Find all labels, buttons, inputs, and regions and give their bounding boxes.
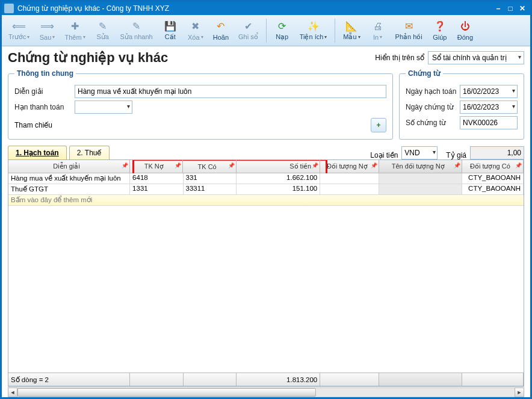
pin-icon: 📌 [228, 162, 235, 169]
col-tendtno[interactable]: Tên đối tượng Nợ📌 [379, 160, 462, 173]
pin-icon: 📌 [122, 162, 128, 169]
col-dtco[interactable]: Đối tượng Có📌 [462, 160, 524, 173]
tab-bar: 1. Hạch toán 2. Thuế [8, 146, 110, 159]
scroll-track[interactable] [17, 388, 515, 397]
col-dtno[interactable]: Đối tượng Nợ📌 [320, 160, 379, 173]
undo-button[interactable]: ↶Hoãn [209, 16, 233, 45]
toolbar-separator [266, 19, 267, 43]
close-window-button[interactable]: ✕ [517, 4, 528, 13]
desc-label: Diễn giải [14, 87, 75, 96]
tab-thue[interactable]: 2. Thuế [69, 146, 110, 159]
main-toolbar: ⟸Trước▾ ⟹Sau▾ ✚Thêm▾ ✎Sửa ✎Sửa nhanh 💾Cấ… [2, 15, 530, 46]
grid-footer: Số dòng = 2 1.813.200 [8, 373, 524, 386]
pin-icon: 📌 [515, 162, 522, 169]
arrow-left-icon: ⟸ [13, 20, 25, 32]
utility-button[interactable]: ✨Tiện ích▾ [295, 16, 332, 45]
quickedit-icon: ✎ [131, 20, 143, 32]
desc-input[interactable] [75, 85, 386, 98]
page-title: Chứng từ nghiệp vụ khác [8, 50, 168, 66]
new-row-hint[interactable]: Bấm vào đây để thêm mới [8, 195, 524, 206]
col-tkno[interactable]: TK Nợ📌 [130, 160, 183, 173]
template-icon: 📐 [345, 20, 357, 32]
voucherdate-label: Ngày chứng từ [406, 103, 460, 111]
app-icon [4, 4, 14, 13]
pin-icon: 📌 [454, 162, 460, 169]
voucherno-input[interactable] [460, 116, 518, 129]
pin-icon: 📌 [312, 162, 318, 169]
voucherdate-input[interactable] [460, 101, 518, 114]
voucherno-label: Số chứng từ [406, 119, 460, 127]
undo-icon: ↶ [215, 20, 227, 32]
show-on-label: Hiển thị trên sổ [375, 54, 424, 62]
post-button[interactable]: ✔Ghi sổ [234, 16, 262, 45]
grid-body[interactable]: Hàng mua về xuất khuyến mại luôn 6418 33… [8, 173, 524, 373]
plus-icon: + [376, 121, 380, 129]
arrow-right-icon: ⟹ [41, 20, 53, 32]
utility-icon: ✨ [308, 20, 320, 32]
scroll-left-button[interactable]: ◄ [8, 388, 17, 397]
prev-button[interactable]: ⟸Trước▾ [4, 16, 34, 45]
pin-icon: 📌 [175, 162, 181, 169]
delete-icon: ✖ [190, 20, 202, 32]
col-tkco[interactable]: TK Có📌 [183, 160, 236, 173]
feedback-button[interactable]: ✉Phản hồi [391, 16, 427, 45]
col-amount[interactable]: Số tiền📌 [237, 160, 320, 173]
general-panel: Thông tin chung Diễn giải Hạn thanh toán… [8, 69, 393, 140]
rate-label: Tỷ giá [446, 151, 466, 159]
quickedit-button[interactable]: ✎Sửa nhanh [116, 16, 157, 45]
grid-header: Diễn giải📌 TK Nợ📌 TK Có📌 Số tiền📌 Đối tư… [8, 160, 524, 173]
save-icon: 💾 [164, 20, 176, 32]
entry-grid: Diễn giải📌 TK Nợ📌 TK Có📌 Số tiền📌 Đối tư… [8, 159, 524, 386]
currency-label: Loại tiền [370, 151, 398, 159]
edit-button[interactable]: ✎Sửa [91, 16, 115, 45]
pin-icon: 📌 [371, 162, 377, 169]
load-button[interactable]: ⟳Nạp [270, 16, 294, 45]
add-icon: ✚ [69, 20, 81, 32]
add-reference-button[interactable]: + [371, 118, 386, 132]
rate-input[interactable] [470, 146, 524, 159]
help-icon: ❓ [434, 20, 446, 32]
duedate-label: Hạn thanh toán [14, 103, 75, 111]
edit-icon: ✎ [97, 20, 109, 32]
title-bar: Chứng từ nghiệp vụ khác - Công ty TNHH X… [2, 2, 530, 15]
print-button[interactable]: 🖨In▾ [366, 16, 390, 45]
post-icon: ✔ [242, 20, 254, 32]
horizontal-scrollbar[interactable]: ◄ ► [8, 386, 524, 397]
toolbar-separator [335, 19, 335, 43]
sum-amount: 1.813.200 [237, 373, 320, 386]
postdate-label: Ngày hạch toán [406, 87, 460, 96]
save-button[interactable]: 💾Cất [158, 16, 182, 45]
feedback-icon: ✉ [403, 20, 415, 32]
rowcount-label: Số dòng = 2 [8, 373, 130, 386]
table-row[interactable]: Thuế GTGT 1331 33311 151.100 CTY_BAOOANH [8, 184, 524, 195]
show-on-select[interactable]: Sổ tài chính và quản trị [428, 51, 524, 64]
voucher-legend: Chứng từ [406, 69, 443, 78]
maximize-button[interactable]: □ [505, 4, 516, 13]
col-desc[interactable]: Diễn giải📌 [8, 160, 130, 173]
close-icon: ⏻ [459, 20, 471, 32]
delete-button[interactable]: ✖Xóa▾ [184, 16, 208, 45]
add-button[interactable]: ✚Thêm▾ [60, 16, 89, 45]
close-button[interactable]: ⏻Đóng [453, 16, 477, 45]
template-button[interactable]: 📐Mẫu▾ [339, 16, 364, 45]
load-icon: ⟳ [276, 20, 288, 32]
scroll-right-button[interactable]: ► [515, 388, 524, 397]
postdate-input[interactable] [460, 85, 518, 98]
window-title: Chứng từ nghiệp vụ khác - Công ty TNHH X… [17, 4, 169, 13]
duedate-input[interactable] [75, 101, 132, 114]
general-legend: Thông tin chung [14, 69, 76, 78]
tab-hachtoan[interactable]: 1. Hạch toán [8, 146, 67, 159]
table-row[interactable]: Hàng mua về xuất khuyến mại luôn 6418 33… [8, 173, 524, 184]
help-button[interactable]: ❓Giúp [428, 16, 452, 45]
reference-label: Tham chiếu [14, 121, 75, 129]
currency-select[interactable] [401, 146, 438, 159]
print-icon: 🖨 [372, 20, 384, 32]
scroll-thumb[interactable] [17, 388, 316, 397]
next-button[interactable]: ⟹Sau▾ [35, 16, 59, 45]
reference-box [75, 117, 367, 133]
voucher-panel: Chứng từ Ngày hạch toán Ngày chứng từ Số… [399, 69, 524, 140]
minimize-button[interactable]: – [493, 4, 504, 13]
